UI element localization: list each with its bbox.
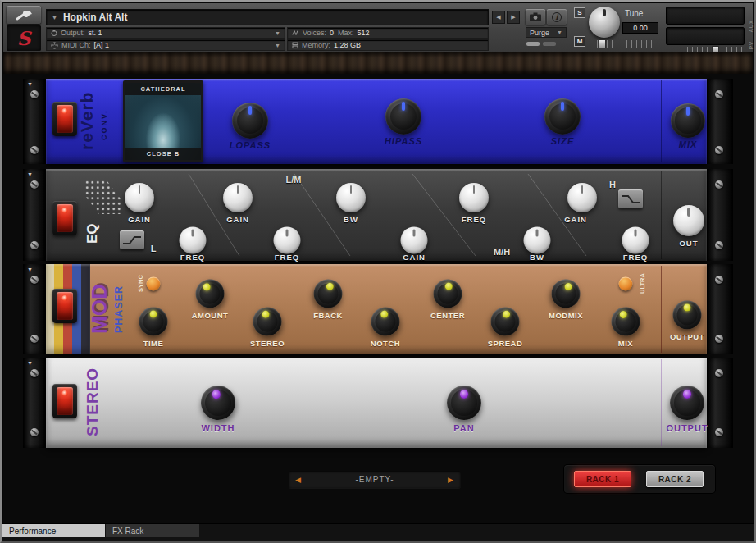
voices-label: Voices: — [303, 29, 326, 37]
phaser-knob-label: STEREO — [250, 339, 285, 348]
eq-lowmid-gain-knob[interactable] — [223, 183, 253, 212]
eq-knob-label: GAIN — [128, 215, 151, 224]
eq-knob-label: FREQ — [275, 253, 299, 262]
screw-icon — [715, 146, 723, 154]
eq-knob-label: FREQ — [180, 253, 205, 262]
pan-fader[interactable] — [687, 47, 745, 52]
wrench-button[interactable] — [7, 6, 41, 24]
eq-midhigh-gain-knob[interactable] — [401, 227, 428, 254]
eq-high-gain-knob[interactable] — [567, 183, 597, 212]
eq-midhigh-bw-knob[interactable] — [524, 227, 551, 254]
tune-label: Tune — [625, 9, 643, 18]
volume-fader[interactable] — [597, 40, 656, 48]
reverb-power-switch[interactable] — [52, 102, 77, 136]
instrument-title: Hopkin Alt Alt — [63, 11, 127, 23]
phaser-output-knob[interactable] — [673, 301, 702, 330]
stereo-output-knob[interactable] — [670, 386, 704, 420]
midi-channel-selector[interactable]: MIDI Ch: [A] 1 ▼ — [46, 39, 285, 51]
chevron-down-icon: ▼ — [275, 30, 280, 36]
snapshot-button[interactable] — [526, 9, 545, 25]
stereo-title: STEREO — [84, 371, 102, 436]
phaser-power-switch[interactable] — [52, 289, 77, 323]
empty-fx-slot[interactable]: ◀ -EMPTY- ▶ — [289, 471, 461, 488]
screw-icon — [715, 90, 723, 98]
output-icon — [51, 30, 57, 36]
phaser-knob-label: TIME — [143, 339, 164, 348]
eq-power-switch[interactable] — [52, 201, 77, 235]
screw-icon — [30, 241, 39, 249]
eq-high-freq-knob[interactable] — [622, 227, 649, 254]
fader-handle[interactable] — [599, 39, 606, 48]
purge-menu[interactable]: Purge ▼ — [526, 27, 567, 38]
reverb-mix-label: MIX — [679, 139, 698, 149]
memory-readout: Memory: 1.28 GB — [287, 39, 489, 51]
tune-value: 0.00 — [622, 22, 658, 34]
eq-lowmid-freq-knob[interactable] — [274, 227, 301, 254]
rack-2-label: RACK 2 — [658, 475, 691, 484]
eq-low-shelf-button[interactable] — [120, 230, 144, 249]
reverb-preset-category[interactable]: CATHEDRAL — [125, 83, 201, 95]
tab-fx-rack-label: FX Rack — [112, 527, 143, 536]
reverb-hipass-label: HIPASS — [385, 136, 422, 146]
reverb-lopass-knob[interactable] — [232, 103, 268, 139]
rack-2-button[interactable]: RACK 2 — [646, 471, 704, 487]
phaser-sync-button[interactable] — [147, 277, 161, 291]
phaser-time-knob[interactable] — [139, 308, 168, 336]
reverb-mix-knob[interactable] — [671, 103, 705, 138]
stereo-pan-knob[interactable] — [447, 386, 481, 420]
reverb-ir-display[interactable]: CATHEDRAL CLOSE B — [123, 80, 203, 162]
screw-icon — [30, 180, 39, 189]
screw-icon — [715, 180, 723, 189]
power-rocker-icon — [57, 105, 73, 133]
eq-collapse-button[interactable]: ▼ — [27, 171, 33, 177]
phaser-knob-label: MIX — [618, 339, 633, 348]
mute-label: M — [577, 38, 583, 45]
screw-icon — [715, 241, 723, 249]
eq-low-gain-knob[interactable] — [125, 183, 154, 212]
eq-midhigh-freq-knob[interactable] — [459, 183, 489, 212]
reverb-lopass-label: LOPASS — [230, 140, 271, 150]
voices-value: 0 — [330, 29, 334, 37]
eq-knob-label: BW — [344, 215, 358, 224]
max-label: Max: — [338, 29, 354, 37]
phaser-title: MOD — [87, 269, 112, 349]
rack-1-button[interactable]: RACK 1 — [574, 471, 631, 487]
tune-knob[interactable] — [589, 7, 620, 38]
next-instrument-button[interactable]: ▶ — [507, 11, 520, 24]
screw-icon — [715, 369, 723, 377]
info-button[interactable] — [547, 9, 567, 25]
prev-instrument-button[interactable]: ◀ — [492, 11, 505, 24]
eq-lowmid-bw-knob[interactable] — [336, 183, 366, 212]
eq-low-freq-knob[interactable] — [180, 227, 207, 254]
instrument-title-bar[interactable]: ▼ Hopkin Alt Alt — [46, 9, 489, 25]
stereo-collapse-button[interactable]: ▼ — [27, 360, 33, 366]
eq-out-knob[interactable] — [673, 205, 704, 236]
reverb-title: reVerb — [77, 82, 97, 159]
chevron-down-icon: ▼ — [275, 43, 280, 48]
output-selector[interactable]: Output: st. 1 ▼ — [46, 27, 285, 39]
slot-prev-icon[interactable]: ◀ — [295, 476, 302, 484]
slot-next-icon[interactable]: ▶ — [448, 476, 454, 484]
reverb-preset-name[interactable]: CLOSE B — [125, 148, 201, 160]
eq-out-label: OUT — [679, 239, 698, 248]
stereo-power-switch[interactable] — [52, 384, 77, 418]
eq-band-mh-label: M/H — [494, 247, 510, 257]
eq-band-lm-label: L/M — [286, 175, 302, 185]
reverb-hipass-knob[interactable] — [385, 98, 421, 135]
phaser-collapse-button[interactable]: ▼ — [27, 267, 33, 272]
max-value: 512 — [358, 29, 370, 37]
eq-knob-label: GAIN — [226, 215, 249, 224]
solo-button[interactable]: S — [574, 7, 585, 18]
eq-high-shelf-button[interactable] — [618, 189, 643, 208]
reverb-size-knob[interactable] — [544, 98, 581, 135]
reverb-collapse-button[interactable]: ▼ — [27, 81, 33, 87]
header-meter-pill — [543, 42, 556, 46]
tab-performance[interactable]: Performance — [2, 524, 105, 537]
memory-label: Memory: — [302, 41, 330, 49]
mute-button[interactable]: M — [574, 36, 585, 47]
phaser-ultra-button[interactable] — [619, 277, 633, 291]
reverb-subtitle: CONV. — [100, 92, 108, 157]
camera-icon — [530, 12, 541, 21]
tab-fx-rack[interactable]: FX Rack — [106, 524, 199, 537]
level-meter-display — [666, 27, 745, 45]
